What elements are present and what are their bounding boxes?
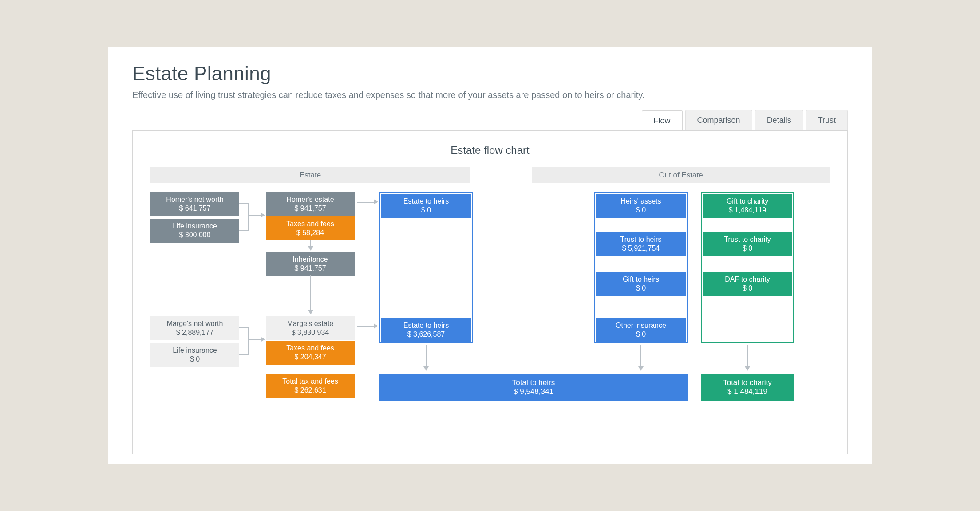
box-homer-estate: Homer's estate $ 941,757	[266, 192, 355, 216]
tabs: Flow Comparison Details Trust	[132, 110, 848, 130]
arrow-down-icon	[745, 366, 750, 371]
label: Estate to heirs	[386, 321, 466, 330]
section-header-out: Out of Estate	[532, 167, 830, 183]
box-daf-charity: DAF to charity $ 0	[703, 272, 792, 296]
arrow-right-icon	[374, 323, 378, 329]
value: $ 2,889,177	[155, 328, 235, 337]
connector	[747, 345, 748, 367]
value: $ 3,830,934	[270, 328, 350, 337]
value: $ 0	[707, 244, 788, 253]
box-estate-heirs-2: Estate to heirs $ 3,626,587	[381, 318, 471, 342]
box-homer-life: Life insurance $ 300,000	[150, 219, 239, 243]
value: $ 1,484,119	[707, 206, 788, 215]
label: Total to heirs	[512, 378, 555, 387]
value: $ 0	[601, 206, 681, 215]
value: $ 262,631	[270, 386, 350, 395]
tab-comparison[interactable]: Comparison	[685, 110, 752, 130]
value: $ 1,484,119	[727, 387, 767, 396]
value: $ 300,000	[155, 231, 235, 240]
value: $ 0	[601, 330, 681, 339]
tab-flow[interactable]: Flow	[642, 110, 683, 131]
connector	[357, 202, 375, 203]
connector	[426, 345, 427, 367]
value: $ 941,757	[270, 264, 350, 273]
total-charity: Total to charity $ 1,484,119	[701, 374, 794, 401]
label: Life insurance	[155, 346, 235, 355]
box-marge-taxes: Taxes and fees $ 204,347	[266, 341, 355, 365]
connector	[357, 326, 375, 327]
tab-details[interactable]: Details	[755, 110, 803, 130]
box-marge-estate: Marge's estate $ 3,830,934	[266, 316, 355, 340]
arrow-down-icon	[638, 366, 644, 371]
box-trust-charity: Trust to charity $ 0	[703, 232, 792, 256]
connector	[248, 327, 249, 354]
label: Heirs' assets	[601, 197, 681, 206]
connector	[239, 230, 249, 231]
value: $ 941,757	[270, 204, 350, 213]
value: $ 3,626,587	[386, 330, 466, 339]
value: $ 0	[707, 284, 788, 293]
page-title: Estate Planning	[132, 63, 848, 85]
label: Total to charity	[723, 378, 772, 387]
box-heirs-assets: Heirs' assets $ 0	[596, 194, 686, 218]
section-header-estate: Estate	[150, 167, 470, 183]
tab-trust[interactable]: Trust	[806, 110, 848, 130]
box-trust-heirs: Trust to heirs $ 5,921,754	[596, 232, 686, 256]
label: DAF to charity	[707, 275, 788, 284]
label: Homer's net worth	[155, 195, 235, 204]
label: Life insurance	[155, 222, 235, 231]
section-headers: Estate Out of Estate	[150, 167, 830, 183]
box-other-insurance: Other insurance $ 0	[596, 318, 686, 342]
arrow-right-icon	[374, 199, 378, 204]
total-heirs: Total to heirs $ 9,548,341	[379, 374, 688, 401]
value: $ 9,548,341	[514, 387, 553, 396]
label: Other insurance	[601, 321, 681, 330]
connector	[239, 203, 248, 204]
arrow-down-icon	[308, 246, 313, 251]
label: Taxes and fees	[270, 220, 350, 228]
box-gift-heirs: Gift to heirs $ 0	[596, 272, 686, 296]
value: $ 204,347	[270, 353, 350, 362]
value: $ 5,921,754	[601, 244, 681, 253]
connector	[248, 215, 261, 216]
box-total-tax: Total tax and fees $ 262,631	[266, 374, 355, 398]
arrow-right-icon	[261, 337, 265, 342]
label: Estate to heirs	[386, 197, 466, 206]
label: Trust to charity	[707, 235, 788, 244]
label: Gift to heirs	[601, 275, 681, 284]
label: Gift to charity	[707, 197, 788, 206]
label: Homer's estate	[270, 195, 350, 204]
chart-title: Estate flow chart	[150, 144, 830, 157]
connector	[248, 203, 249, 230]
connector	[239, 327, 248, 328]
connector	[248, 339, 261, 340]
label: Taxes and fees	[270, 344, 350, 353]
connector	[239, 354, 249, 355]
connector	[310, 275, 311, 311]
label: Total tax and fees	[270, 377, 350, 386]
box-marge-life: Life insurance $ 0	[150, 343, 239, 367]
arrow-right-icon	[261, 212, 265, 218]
flow-chart: Homer's net worth $ 641,757 Life insuran…	[150, 192, 830, 440]
value: $ 0	[386, 206, 466, 215]
box-gift-charity: Gift to charity $ 1,484,119	[703, 194, 792, 218]
box-estate-heirs-1: Estate to heirs $ 0	[381, 194, 471, 218]
value: $ 0	[155, 355, 235, 364]
box-inheritance: Inheritance $ 941,757	[266, 252, 355, 276]
value: $ 58,284	[270, 228, 350, 237]
app-card: Estate Planning Effective use of living …	[108, 47, 872, 464]
arrow-down-icon	[308, 310, 313, 314]
label: Inheritance	[270, 255, 350, 264]
box-homer-networth: Homer's net worth $ 641,757	[150, 192, 239, 216]
label: Trust to heirs	[601, 235, 681, 244]
label: Marge's net worth	[155, 319, 235, 328]
flow-panel: Estate flow chart Estate Out of Estate H…	[132, 130, 848, 454]
box-marge-networth: Marge's net worth $ 2,889,177	[150, 316, 239, 340]
label: Marge's estate	[270, 319, 350, 328]
page-subtitle: Effective use of living trust strategies…	[132, 90, 848, 100]
connector	[640, 345, 641, 367]
value: $ 0	[601, 284, 681, 293]
box-homer-taxes: Taxes and fees $ 58,284	[266, 216, 355, 240]
arrow-down-icon	[423, 366, 429, 371]
value: $ 641,757	[155, 204, 235, 213]
